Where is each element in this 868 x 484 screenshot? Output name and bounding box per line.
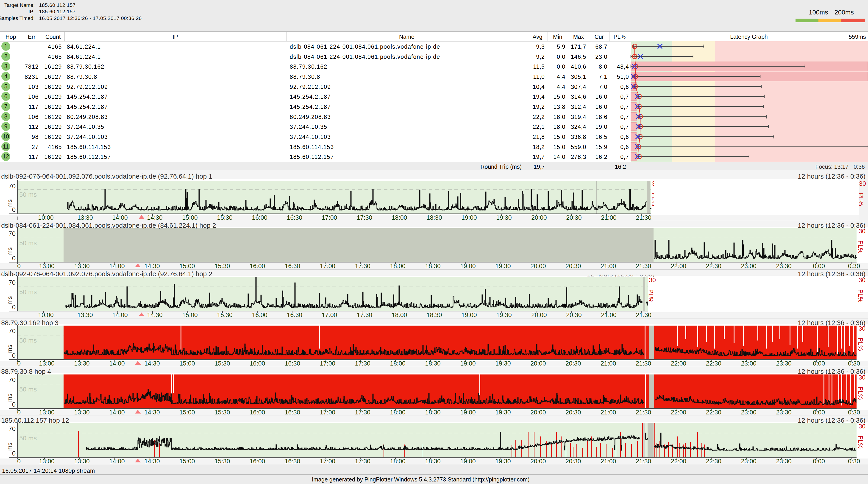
svg-text:17:30: 17:30 [355,360,370,367]
svg-text:15:00: 15:00 [179,409,195,416]
svg-text:50 ms: 50 ms [19,239,37,247]
svg-text:19:00: 19:00 [460,458,476,464]
svg-text:10:00: 10:00 [38,312,54,318]
svg-text:18:00: 18:00 [390,409,406,416]
svg-text:16:00: 16:00 [250,458,265,464]
svg-text:16:00: 16:00 [250,263,265,269]
svg-text:13:30: 13:30 [74,360,90,367]
svg-text:PL%: PL% [857,435,864,449]
svg-text:0: 0 [17,360,21,367]
svg-text:12 hours (12:36 - 0:36): 12 hours (12:36 - 0:36) [798,417,866,424]
svg-text:30: 30 [859,277,866,284]
svg-text:15:00: 15:00 [179,263,195,269]
svg-text:88.79.30.8 hop 4: 88.79.30.8 hop 4 [1,368,51,375]
svg-text:70: 70 [8,279,16,286]
svg-text:ms: ms [6,345,13,353]
svg-text:70: 70 [8,182,16,190]
svg-text:20:30: 20:30 [565,263,581,269]
svg-text:21:30: 21:30 [636,409,651,416]
svg-text:19:00: 19:00 [461,312,477,318]
svg-text:PL%: PL% [857,338,864,351]
svg-text:13:30: 13:30 [77,214,93,221]
svg-text:22:00: 22:00 [671,360,686,367]
svg-text:14:30: 14:30 [144,458,160,464]
svg-text:19:00: 19:00 [460,360,476,367]
svg-text:15:00: 15:00 [179,458,195,464]
svg-text:20:30: 20:30 [566,214,582,221]
svg-text:88.79.30.162 hop 3: 88.79.30.162 hop 3 [1,319,59,326]
svg-text:20:00: 20:00 [530,360,546,367]
svg-text:ms: ms [6,296,13,305]
svg-text:ms: ms [6,247,13,256]
svg-text:18:30: 18:30 [425,263,441,269]
svg-text:20:30: 20:30 [565,360,581,367]
svg-text:12 hours (12:36 - 0:36): 12 hours (12:36 - 0:36) [798,368,866,375]
svg-text:15:30: 15:30 [217,312,232,318]
svg-text:ms: ms [6,394,13,402]
svg-text:10:00: 10:00 [38,214,54,221]
svg-text:PL%: PL% [857,387,864,400]
svg-text:70: 70 [8,376,16,383]
svg-text:19:00: 19:00 [460,263,476,269]
svg-text:13:30: 13:30 [77,312,93,318]
svg-text:19:30: 19:30 [496,312,512,318]
svg-text:185.60.112.157 hop 12: 185.60.112.157 hop 12 [1,417,69,424]
svg-text:21:00: 21:00 [600,360,616,367]
svg-text:ms: ms [6,443,13,451]
svg-text:17:00: 17:00 [320,409,335,416]
svg-text:17:30: 17:30 [357,312,372,318]
svg-text:14:30: 14:30 [144,263,160,269]
svg-text:0:00: 0:00 [813,409,825,416]
svg-text:dslb-092-076-064-001.092.076.p: dslb-092-076-064-001.092.076.pools.vodaf… [1,173,212,180]
svg-text:13:30: 13:30 [74,263,90,269]
svg-text:0:00: 0:00 [813,360,825,367]
svg-text:16:30: 16:30 [287,214,302,221]
svg-text:23:30: 23:30 [776,360,792,367]
svg-text:22:30: 22:30 [706,360,721,367]
svg-text:21:00: 21:00 [601,312,617,318]
svg-text:22:00: 22:00 [671,263,686,269]
svg-text:16:30: 16:30 [287,312,302,318]
svg-text:19:30: 19:30 [495,263,511,269]
svg-text:22:30: 22:30 [706,458,721,464]
svg-text:PL%: PL% [858,193,864,206]
svg-text:30: 30 [859,180,866,187]
svg-text:19:00: 19:00 [461,214,477,221]
svg-text:23:30: 23:30 [776,409,792,416]
svg-text:18:30: 18:30 [427,312,442,318]
svg-text:50 ms: 50 ms [19,191,37,198]
svg-text:15:00: 15:00 [182,312,198,318]
svg-text:16:00: 16:00 [250,409,265,416]
svg-text:14:00: 14:00 [109,360,125,367]
svg-text:12 hours (12:36 - 0:36): 12 hours (12:36 - 0:36) [798,173,866,180]
svg-text:20:00: 20:00 [530,263,546,269]
svg-text:70: 70 [8,230,16,237]
svg-text:13:30: 13:30 [74,458,90,464]
svg-text:16:30: 16:30 [285,409,300,416]
svg-text:0:30: 0:30 [848,263,860,269]
svg-text:17:00: 17:00 [320,458,335,464]
svg-text:14:00: 14:00 [109,409,125,416]
svg-text:19:30: 19:30 [496,214,512,221]
svg-text:15:00: 15:00 [179,360,195,367]
svg-text:21:00: 21:00 [600,409,616,416]
svg-text:22:00: 22:00 [671,458,686,464]
svg-text:23:30: 23:30 [776,458,792,464]
svg-text:15:00: 15:00 [182,214,198,221]
svg-text:12 hours (12:36 - 0:36): 12 hours (12:36 - 0:36) [798,319,866,326]
svg-text:17:30: 17:30 [355,458,370,464]
svg-text:21:30: 21:30 [636,458,651,464]
svg-text:22:30: 22:30 [706,409,721,416]
svg-text:18:00: 18:00 [392,312,407,318]
svg-text:19:30: 19:30 [495,458,511,464]
svg-text:13:00: 13:00 [39,458,55,464]
svg-text:14:30: 14:30 [147,312,163,318]
svg-text:17:00: 17:00 [320,360,335,367]
svg-text:21:30: 21:30 [636,214,651,221]
svg-text:18:30: 18:30 [425,458,441,464]
svg-text:15:30: 15:30 [215,409,230,416]
svg-text:16:30: 16:30 [285,360,300,367]
svg-text:18:30: 18:30 [425,360,441,367]
svg-text:19:30: 19:30 [495,360,511,367]
svg-text:18:30: 18:30 [427,214,442,221]
